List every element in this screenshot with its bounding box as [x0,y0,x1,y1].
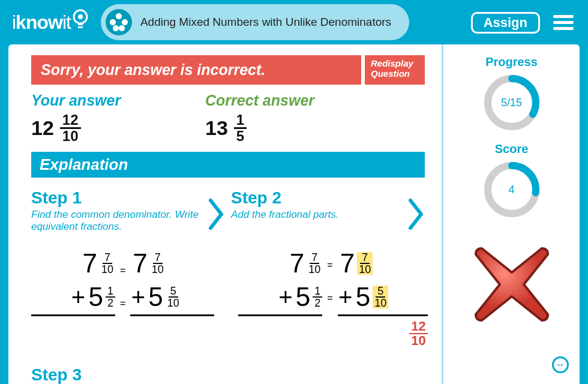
assign-button[interactable]: Assign [471,12,540,34]
step-1-title: Step 1 [31,188,202,208]
step-2-subtitle: Add the fractional parts. [231,209,402,235]
score-text: 4 [482,160,542,220]
sidebar: Progress 5/15 Score 4 [442,44,580,384]
step-2: Step 2 Add the fractional parts. [231,188,402,238]
menu-icon[interactable] [553,12,574,33]
feedback-banner: Sorry, your answer is incorrect. Redispl… [31,55,425,85]
correct-answer-col: Correct answer 13 1 5 [205,92,343,143]
lesson-title-pill: Adding Mixed Numbers with Unlike Denomin… [101,4,409,40]
redisplay-l2: Question [371,69,419,79]
logo[interactable]: iknowit [12,9,89,35]
svg-rect-3 [78,26,83,28]
svg-rect-2 [78,23,83,25]
your-answer-num: 12 [60,113,81,129]
eq-a2-whole: 7 [133,248,147,278]
incorrect-x-icon [464,236,560,332]
step-1-equations: 7 710 + 5 12 = = [31,248,214,351]
eq-a-frac-highlighted: 710 [357,252,373,275]
eq-a-frac: 710 [100,252,115,275]
your-answer-den: 10 [60,129,81,143]
lesson-title: Adding Mixed Numbers with Unlike Denomin… [140,16,391,29]
eq-b-frac: 12 [106,286,115,308]
stage: Sorry, your answer is incorrect. Redispl… [8,44,580,384]
chevron-right-icon [408,198,425,238]
answers-row: Your answer 12 12 10 Correct answer 13 1… [31,92,425,143]
eq-a2-frac: 710 [150,252,166,275]
your-answer-fraction: 12 10 [60,113,81,143]
main-panel: Sorry, your answer is incorrect. Redispl… [8,44,442,384]
redisplay-l1: Redisplay [371,59,419,69]
logo-bold: know [16,11,62,34]
eq-a-whole: 7 [82,248,97,278]
your-answer-label: Your answer [31,92,169,109]
eq-b-frac-highlighted: 510 [373,286,388,308]
your-answer-value: 12 12 10 [31,113,169,143]
step-1-subtitle: Find the common denominator. Write equiv… [31,209,202,235]
logo-suffix: it [62,11,71,34]
correct-answer-whole: 13 [205,116,228,140]
eq-b-whole: 5 [89,282,103,312]
fullscreen-toggle-icon[interactable]: ↔ [552,356,569,373]
correct-answer-label: Correct answer [205,92,343,109]
progress-label: Progress [485,55,538,69]
correct-answer-num: 1 [234,113,247,129]
eq-sum-fraction: 1210 [409,320,427,347]
correct-answer-value: 13 1 5 [205,113,343,143]
progress-ring: 5/15 [482,73,542,133]
progress-text: 5/15 [482,73,542,133]
chevron-right-icon [208,198,225,238]
equation-block: 7 710 + 5 12 = = [31,248,425,351]
explanation-bar: Explanation [31,152,425,178]
redisplay-question-button[interactable]: Redisplay Question [365,55,425,85]
step-2-title: Step 2 [231,188,402,208]
dots-icon [106,9,132,35]
score-ring: 4 [482,160,542,220]
header: iknowit Adding Mixed Numbers with Unlike… [0,0,588,44]
eq-b2-frac: 510 [166,286,181,308]
plus-sign: + [71,284,86,311]
score-label: Score [495,142,529,156]
plus-sign: + [130,284,146,311]
steps-row: Step 1 Find the common denominator. Writ… [31,188,425,238]
equals-sign: = [120,298,125,309]
step-2-equations: 7 710 + 5 12 = = [238,248,427,351]
equals-sign: = [120,265,125,276]
lightbulb-icon [72,9,89,35]
correct-answer-den: 5 [234,129,247,143]
your-answer-whole: 12 [31,116,54,140]
svg-point-1 [78,14,83,19]
feedback-message: Sorry, your answer is incorrect. [31,55,361,85]
your-answer-col: Your answer 12 12 10 [31,92,169,143]
step-1: Step 1 Find the common denominator. Writ… [31,188,202,238]
step-3-title: Step 3 [31,365,425,384]
correct-answer-fraction: 1 5 [234,113,247,143]
eq-b2-whole: 5 [148,282,163,312]
